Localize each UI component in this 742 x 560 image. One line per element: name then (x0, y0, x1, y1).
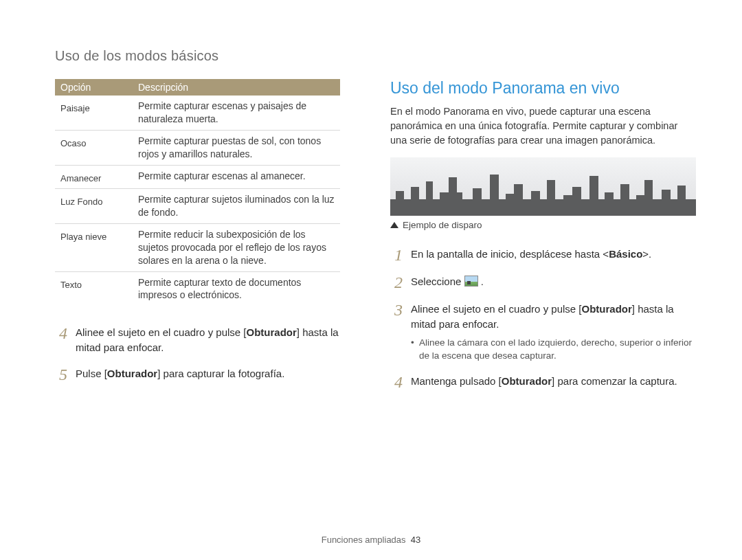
option-desc: Permite capturar escenas y paisajes de n… (133, 96, 340, 130)
step-number: 2 (390, 274, 403, 291)
option-name: Ocaso (55, 130, 133, 165)
caption-text: Ejemplo de disparo (403, 220, 482, 230)
step-text: Seleccione (411, 276, 464, 287)
skyline-icon (390, 168, 696, 216)
option-name: Amanecer (55, 165, 133, 189)
step-bold: Obturador (502, 375, 552, 387)
step-bold: Básico (609, 248, 642, 260)
step-bold: Obturador (107, 368, 157, 379)
step-number: 3 (390, 302, 403, 363)
triangle-up-icon (390, 222, 398, 228)
step-body: Alinee el sujeto en el cuadro y pulse [O… (76, 325, 357, 355)
section-intro: En el modo Panorama en vivo, puede captu… (390, 104, 693, 148)
step-body: Seleccione . (411, 274, 484, 291)
example-caption: Ejemplo de disparo (390, 220, 693, 230)
step-1: 1 En la pantalla de inicio, desplácese h… (390, 247, 693, 263)
table-row: Luz Fondo Permite capturar sujetos ilumi… (55, 189, 340, 224)
step-2: 2 Seleccione . (390, 274, 693, 291)
option-name: Paisaje (55, 96, 133, 130)
table-row: Amanecer Permite capturar escenas al ama… (55, 165, 340, 189)
option-name: Texto (55, 271, 133, 306)
step-text: . (478, 276, 484, 287)
step-subnote: Alinee la cámara con el lado izquierdo, … (411, 336, 693, 363)
step-text: ] para comenzar la captura. (552, 375, 677, 387)
page: Uso de los modos básicos Opción Descripc… (0, 0, 742, 560)
step-text: Alinee el sujeto en el cuadro y pulse [ (411, 303, 582, 315)
panorama-mode-icon (464, 276, 478, 287)
option-desc: Permite capturar sujetos iluminados con … (133, 189, 340, 224)
option-desc: Permite capturar texto de documentos imp… (133, 271, 340, 306)
footer-label: Funciones ampliadas (322, 535, 406, 545)
step-text: Pulse [ (76, 368, 107, 379)
step-text: Mantenga pulsado [ (411, 375, 502, 387)
step-4: 4 Alinee el sujeto en el cuadro y pulse … (55, 325, 357, 355)
step-text: ] para capturar la fotografía. (157, 368, 284, 379)
step-number: 4 (55, 325, 67, 355)
panorama-example-image (390, 157, 696, 216)
option-desc: Permite capturar puestas de sol, con ton… (133, 130, 340, 165)
table-row: Texto Permite capturar texto de document… (55, 271, 340, 306)
columns: Opción Descripción Paisaje Permite captu… (55, 79, 694, 390)
option-name: Luz Fondo (55, 189, 133, 224)
page-number: 43 (411, 535, 420, 545)
right-steps: 1 En la pantalla de inicio, desplácese h… (390, 247, 693, 390)
step-number: 4 (390, 374, 403, 390)
breadcrumb: Uso de los modos básicos (55, 48, 694, 64)
step-bold: Obturador (582, 303, 632, 315)
step-4: 4 Mantenga pulsado [Obturador] para come… (390, 374, 693, 390)
page-footer: Funciones ampliadas 43 (0, 535, 742, 545)
step-number: 5 (55, 366, 67, 383)
option-desc: Permite capturar escenas al amanecer. (133, 165, 340, 189)
options-table: Opción Descripción Paisaje Permite captu… (55, 79, 340, 306)
step-bold: Obturador (247, 326, 297, 338)
options-table-head-option: Opción (55, 79, 133, 96)
left-column: Opción Descripción Paisaje Permite captu… (55, 79, 357, 390)
step-5: 5 Pulse [Obturador] para capturar la fot… (55, 366, 357, 383)
option-desc: Permite reducir la subexposición de los … (133, 223, 340, 271)
table-row: Ocaso Permite capturar puestas de sol, c… (55, 130, 340, 165)
step-3: 3 Alinee el sujeto en el cuadro y pulse … (390, 302, 693, 363)
step-body: Mantenga pulsado [Obturador] para comenz… (411, 374, 677, 390)
step-text: En la pantalla de inicio, desplácese has… (411, 248, 609, 260)
left-steps: 4 Alinee el sujeto en el cuadro y pulse … (55, 325, 357, 383)
right-column: Uso del modo Panorama en vivo En el modo… (390, 79, 693, 390)
table-row: Playa nieve Permite reducir la subexposi… (55, 223, 340, 271)
options-table-head-desc: Descripción (133, 79, 340, 96)
step-body: Pulse [Obturador] para capturar la fotog… (76, 366, 284, 383)
step-text: >. (642, 248, 651, 260)
section-heading: Uso del modo Panorama en vivo (390, 79, 693, 98)
option-name: Playa nieve (55, 223, 133, 271)
step-body: En la pantalla de inicio, desplácese has… (411, 247, 651, 263)
table-row: Paisaje Permite capturar escenas y paisa… (55, 96, 340, 130)
step-body: Alinee el sujeto en el cuadro y pulse [O… (411, 302, 693, 363)
step-number: 1 (390, 247, 403, 263)
step-text: Alinee el sujeto en el cuadro y pulse [ (76, 326, 247, 338)
